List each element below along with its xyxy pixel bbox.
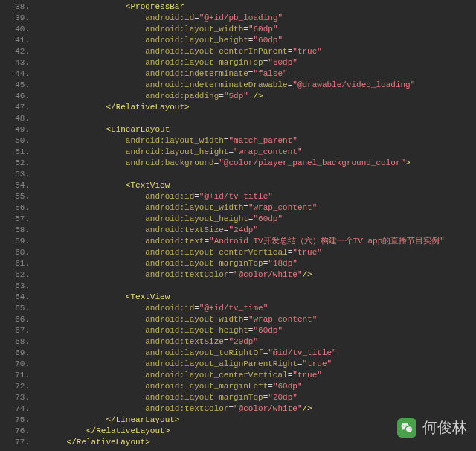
line-number: 69. xyxy=(0,348,37,359)
code-content: android:textColor="@color/white"/> xyxy=(37,403,476,415)
code-content: android:layout_centerVertical="true" xyxy=(37,370,476,381)
line-number: 52. xyxy=(0,158,37,169)
code-content: android:layout_toRightOf="@id/tv_title" xyxy=(37,348,476,359)
code-line: 50. android:layout_width="match_parent" xyxy=(0,135,476,147)
code-line: 65. android:id="@+id/tv_time" xyxy=(0,303,476,314)
line-number: 77. xyxy=(0,437,37,448)
line-number: 63. xyxy=(0,281,37,292)
code-line: 61. android:layout_marginTop="18dp" xyxy=(0,258,476,269)
code-line: 48. xyxy=(0,113,476,124)
code-line: 64. <TextView xyxy=(0,292,476,303)
code-line: 40. android:layout_width="60dp" xyxy=(0,24,476,35)
code-line: 53. xyxy=(0,169,476,180)
code-content: </RelativeLayout> xyxy=(37,102,476,113)
code-content: android:layout_height="60dp" xyxy=(37,214,476,225)
code-line: 42. android:layout_centerInParent="true" xyxy=(0,46,476,57)
line-number: 51. xyxy=(0,147,37,158)
code-content: android:layout_width="match_parent" xyxy=(37,135,476,147)
code-line: 47. </RelativeLayout> xyxy=(0,102,476,113)
code-content: android:layout_marginTop="18dp" xyxy=(37,258,476,269)
code-content: android:id="@+id/pb_loading" xyxy=(37,13,476,24)
line-number: 48. xyxy=(0,113,37,124)
code-line: 77. </RelativeLayout> xyxy=(0,437,476,448)
line-number: 68. xyxy=(0,336,37,348)
code-line: 52. android:background="@color/player_pa… xyxy=(0,158,476,169)
line-number: 66. xyxy=(0,314,37,325)
code-content: android:layout_centerInParent="true" xyxy=(37,46,476,57)
line-number: 76. xyxy=(0,426,37,437)
line-number: 40. xyxy=(0,24,37,35)
code-line: 46. android:padding="5dp" /> xyxy=(0,91,476,102)
line-number: 71. xyxy=(0,370,37,381)
line-number: 45. xyxy=(0,80,37,91)
code-line: 74. android:textColor="@color/white"/> xyxy=(0,403,476,415)
code-content: <TextView xyxy=(37,180,476,191)
line-number: 55. xyxy=(0,191,37,202)
code-line: 43. android:layout_marginTop="60dp" xyxy=(0,57,476,68)
line-number: 39. xyxy=(0,13,37,24)
line-number: 54. xyxy=(0,180,37,191)
code-content: android:layout_height="wrap_content" xyxy=(37,147,476,158)
code-line: 62. android:textColor="@color/white"/> xyxy=(0,269,476,281)
code-content: android:layout_width="wrap_content" xyxy=(37,202,476,214)
code-line: 56. android:layout_width="wrap_content" xyxy=(0,202,476,214)
code-content: android:indeterminate="false" xyxy=(37,68,476,80)
code-content: <ProgressBar xyxy=(37,1,476,13)
line-number: 73. xyxy=(0,392,37,403)
wechat-icon xyxy=(397,418,416,438)
line-number: 46. xyxy=(0,91,37,102)
line-number: 70. xyxy=(0,359,37,370)
code-line: 72. android:layout_marginLeft="60dp" xyxy=(0,381,476,392)
code-content: android:layout_alignParentRight="true" xyxy=(37,359,476,370)
code-line: 45. android:indeterminateDrawable="@draw… xyxy=(0,80,476,91)
line-number: 50. xyxy=(0,135,37,147)
line-number: 38. xyxy=(0,1,37,13)
line-number: 42. xyxy=(0,46,37,57)
code-line: 73. android:layout_marginTop="20dp" xyxy=(0,392,476,403)
code-line: 68. android:textSize="20dp" xyxy=(0,336,476,348)
code-content: android:text="Android TV开发总结（六）构建一个TV ap… xyxy=(37,236,476,247)
code-content: android:layout_marginLeft="60dp" xyxy=(37,381,476,392)
line-number: 49. xyxy=(0,124,37,135)
code-content: android:background="@color/player_panel_… xyxy=(37,158,476,169)
line-number: 65. xyxy=(0,303,37,314)
line-number: 53. xyxy=(0,169,37,180)
code-line: 55. android:id="@+id/tv_title" xyxy=(0,191,476,202)
code-line: 41. android:layout_height="60dp" xyxy=(0,35,476,46)
code-content: android:layout_width="60dp" xyxy=(37,24,476,35)
line-number: 67. xyxy=(0,325,37,336)
code-line: 59. android:text="Android TV开发总结（六）构建一个T… xyxy=(0,236,476,247)
code-line: 51. android:layout_height="wrap_content" xyxy=(0,147,476,158)
line-number: 57. xyxy=(0,214,37,225)
code-line: 57. android:layout_height="60dp" xyxy=(0,214,476,225)
watermark-text: 何俊林 xyxy=(422,418,467,438)
code-content: android:layout_marginTop="20dp" xyxy=(37,392,476,403)
code-content: android:padding="5dp" /> xyxy=(37,91,476,102)
line-number: 64. xyxy=(0,292,37,303)
line-number: 72. xyxy=(0,381,37,392)
code-content: android:layout_height="60dp" xyxy=(37,325,476,336)
code-content: android:layout_width="wrap_content" xyxy=(37,314,476,325)
code-content: android:textColor="@color/white"/> xyxy=(37,269,476,281)
line-number: 74. xyxy=(0,403,37,415)
code-line: 60. android:layout_centerVertical="true" xyxy=(0,247,476,258)
code-line: 44. android:indeterminate="false" xyxy=(0,68,476,80)
code-content xyxy=(37,281,476,292)
code-content: </RelativeLayout> xyxy=(37,437,476,448)
line-number: 44. xyxy=(0,68,37,80)
code-content: android:textSize="20dp" xyxy=(37,336,476,348)
line-number: 41. xyxy=(0,35,37,46)
line-number: 75. xyxy=(0,415,37,426)
line-number: 56. xyxy=(0,202,37,214)
code-content: android:layout_height="60dp" xyxy=(37,35,476,46)
code-line: 71. android:layout_centerVertical="true" xyxy=(0,370,476,381)
code-line: 67. android:layout_height="60dp" xyxy=(0,325,476,336)
code-line: 69. android:layout_toRightOf="@id/tv_tit… xyxy=(0,348,476,359)
code-line: 38. <ProgressBar xyxy=(0,1,476,13)
code-line: 49. <LinearLayout xyxy=(0,124,476,135)
code-content: <LinearLayout xyxy=(37,124,476,135)
code-content: <TextView xyxy=(37,292,476,303)
line-number: 60. xyxy=(0,247,37,258)
code-line: 54. <TextView xyxy=(0,180,476,191)
code-line: 39. android:id="@+id/pb_loading" xyxy=(0,13,476,24)
